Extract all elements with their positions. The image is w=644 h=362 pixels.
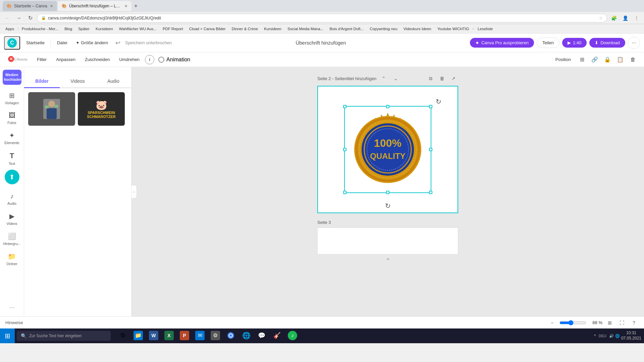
- copy-style-button[interactable]: 📋: [614, 54, 626, 65]
- volume-icon[interactable]: 🔊: [609, 334, 614, 338]
- startseite-menu[interactable]: Startseite: [23, 39, 47, 47]
- start-button[interactable]: ⊞: [0, 328, 15, 343]
- lock-icon-button[interactable]: 🔒: [602, 54, 613, 65]
- keyboard-layout[interactable]: DEU: [597, 334, 608, 338]
- bookmark-kursideen[interactable]: Kursideen: [93, 26, 116, 32]
- handle-bc[interactable]: [386, 191, 389, 194]
- handle-tr[interactable]: [429, 105, 432, 108]
- tab-active[interactable]: 🎨 Überschrift hinzufügen – Logo ✕: [58, 1, 131, 11]
- bookmark-leseliste[interactable]: Leseliste: [475, 26, 495, 32]
- effekte-button[interactable]: ✕ Effekte: [5, 55, 32, 64]
- sidebar-item-vorlagen[interactable]: ⊞ Vorlagen: [1, 89, 23, 108]
- handle-tl[interactable]: [343, 105, 346, 108]
- taskbar-time[interactable]: 10:31 07.05.2021: [621, 330, 641, 341]
- undo-button[interactable]: ↩: [114, 38, 122, 48]
- grid-view-button[interactable]: ⊞: [605, 318, 614, 327]
- info-button[interactable]: i: [145, 55, 154, 64]
- sidebar-item-hintergrund[interactable]: ⬜ Hintergru...: [1, 230, 23, 248]
- more-options-button[interactable]: ···: [628, 37, 640, 49]
- zuschneiden-button[interactable]: Zuschneiden: [81, 55, 114, 64]
- page-3-label[interactable]: Seite 3: [317, 220, 331, 225]
- tab-startseite[interactable]: 🎨 Startseite – Canva ✕: [3, 1, 57, 11]
- taskbar-app-chrome[interactable]: [223, 328, 238, 343]
- anpassen-button[interactable]: Anpassen: [52, 55, 79, 64]
- download-button[interactable]: ⬇ Download: [589, 38, 625, 48]
- taskbar-app-settings[interactable]: ⚙: [208, 328, 223, 343]
- bookmark-pdf[interactable]: PDF Report: [160, 26, 186, 32]
- new-tab-button[interactable]: +: [132, 3, 140, 10]
- extensions-button[interactable]: 🧩: [609, 13, 619, 23]
- sidebar-item-audio[interactable]: ♪ Audio: [1, 190, 23, 208]
- tab-audio[interactable]: Audio: [96, 75, 131, 88]
- bookmark-blog[interactable]: Blog: [62, 26, 75, 32]
- canvas-area[interactable]: ‹ Seite 2 - Seitentitel hinzufügen ⌃ ⌄ ⧉…: [131, 67, 644, 316]
- fullscreen-button[interactable]: ⛶: [617, 318, 627, 327]
- groesse-menu[interactable]: ✦ Größe ändern: [73, 39, 111, 47]
- network-icon[interactable]: 🌐: [615, 334, 620, 338]
- bookmark-wahlfacher[interactable]: Wahlfächer WU Aus...: [116, 26, 159, 32]
- page-2-canvas[interactable]: ↻: [317, 86, 458, 213]
- zoom-slider[interactable]: [559, 320, 586, 325]
- back-button[interactable]: ←: [3, 13, 12, 23]
- sidebar-more-button[interactable]: ···: [7, 301, 17, 314]
- bookmark-produktsuche[interactable]: Produktsuche - Mer...: [19, 26, 61, 32]
- rotate-handle-bottom[interactable]: ↻: [385, 202, 391, 210]
- hints-label[interactable]: Hinweise: [5, 320, 543, 325]
- profile-button[interactable]: 👤: [621, 13, 630, 23]
- taskbar-app-app11[interactable]: 🎸: [270, 328, 284, 343]
- help-button[interactable]: ?: [629, 318, 639, 327]
- address-bar[interactable]: 🔒 canva.com/design/DAEdomzscjl3/drBfjHdC…: [37, 14, 607, 22]
- share-button[interactable]: Teilen: [537, 38, 559, 48]
- position-button[interactable]: Position: [551, 55, 575, 64]
- rotate-handle-top[interactable]: ↻: [436, 98, 441, 106]
- home-button[interactable]: C: [4, 36, 20, 50]
- taskbar-app-taskview[interactable]: ⧉: [115, 328, 130, 343]
- taskbar-app-explorer[interactable]: 📁: [131, 328, 146, 343]
- bookmark-spaeter[interactable]: Später: [75, 26, 92, 32]
- share-page-button[interactable]: ↗: [449, 74, 458, 83]
- taskbar-app-spotify[interactable]: ♪: [285, 328, 300, 343]
- taskbar-search[interactable]: 🔍 Zur Suche Text hier eingeben: [17, 331, 111, 341]
- animation-button[interactable]: Animation: [156, 55, 193, 64]
- handle-ml[interactable]: [343, 148, 346, 151]
- tab-close-2[interactable]: ✕: [124, 4, 127, 8]
- taskbar-app-powerpoint[interactable]: P: [177, 328, 192, 343]
- bookmark-dinner[interactable]: Dinner & Crime: [229, 26, 261, 32]
- bookmark-copywriting[interactable]: Copywriting neu: [367, 26, 400, 32]
- handle-mr[interactable]: [429, 148, 432, 151]
- taskbar-app-excel[interactable]: X: [162, 328, 176, 343]
- page-3-canvas[interactable]: [317, 228, 458, 254]
- taskbar-app-app10[interactable]: 💬: [254, 328, 269, 343]
- bookmark-videokurs[interactable]: Videokurs Ideen: [401, 26, 434, 32]
- delete-icon-button[interactable]: 🗑: [627, 54, 639, 65]
- collapse-arrow[interactable]: ⌃: [385, 257, 390, 264]
- upload-active-icon[interactable]: ⬆: [5, 170, 19, 184]
- upload-media-button[interactable]: Medien hochladen: [3, 70, 21, 85]
- media-item-2[interactable]: 🐷 SPARSCHWEINSCHMAROTZER: [78, 92, 125, 126]
- tab-videos[interactable]: Videos: [60, 75, 95, 88]
- page-collapse-up[interactable]: ⌃: [379, 74, 388, 83]
- taskbar-app-edge[interactable]: 🌐: [239, 328, 254, 343]
- handle-br[interactable]: [429, 191, 432, 194]
- duplicate-page-button[interactable]: ⧉: [426, 74, 435, 83]
- tab-bilder[interactable]: Bilder: [24, 75, 60, 88]
- bookmark-social[interactable]: Social Media Mana...: [285, 26, 326, 32]
- delete-page-button[interactable]: 🗑: [437, 74, 447, 83]
- refresh-button[interactable]: ↻: [25, 13, 35, 23]
- zoom-out-button[interactable]: −: [547, 318, 557, 327]
- canva-pro-button[interactable]: ★ Canva Pro ausprobieren: [470, 38, 534, 48]
- tray-expand[interactable]: ^: [594, 334, 596, 338]
- handle-tc[interactable]: [386, 105, 389, 108]
- sidebar-item-videos[interactable]: ▶ Videos: [1, 209, 23, 228]
- link-icon-button[interactable]: 🔗: [589, 54, 600, 65]
- page-expand-down[interactable]: ⌄: [391, 74, 400, 83]
- bookmark-kursideen2[interactable]: Kursideen: [261, 26, 284, 32]
- taskbar-app-mail[interactable]: ✉: [193, 328, 207, 343]
- sidebar-item-ordner[interactable]: 📁 Ordner: [1, 250, 23, 268]
- media-item-1[interactable]: [28, 92, 75, 126]
- datei-menu[interactable]: Datei: [54, 39, 70, 47]
- collapse-panel-handle[interactable]: ‹: [131, 185, 137, 198]
- bookmark-youtube[interactable]: Youtube WICHTIG: [435, 26, 472, 32]
- grid-icon-button[interactable]: ⊞: [576, 54, 588, 65]
- browser-menu-button[interactable]: ⋮: [632, 13, 641, 23]
